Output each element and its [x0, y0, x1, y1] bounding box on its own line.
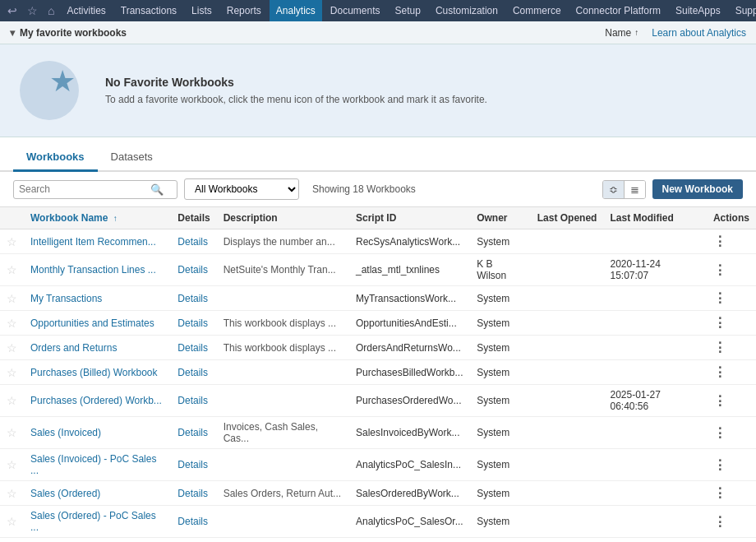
actions-menu-icon[interactable]: ⋮: [713, 486, 726, 500]
no-favorites-description: To add a favorite workbook, click the me…: [105, 94, 487, 105]
actions-menu-icon[interactable]: ⋮: [713, 394, 726, 408]
star-toggle[interactable]: ☆: [0, 360, 24, 385]
workbook-name-link[interactable]: Sales (Ordered) - PoC Sales ...: [30, 510, 156, 533]
table-row: ☆ Purchases (Ordered) Workb... Details P…: [0, 385, 756, 417]
nav-documents[interactable]: Documents: [324, 0, 387, 21]
nav-reports[interactable]: Reports: [220, 0, 268, 21]
grid-view-button[interactable]: ≎: [603, 181, 625, 198]
history-icon[interactable]: ↩: [3, 4, 21, 17]
actions-menu-icon[interactable]: ⋮: [713, 365, 726, 379]
table-header-row: Workbook Name ↑ Details Description Scri…: [0, 207, 756, 229]
actions-menu-icon[interactable]: ⋮: [713, 316, 726, 330]
details-link[interactable]: Details: [177, 459, 208, 470]
last-modified-cell: 2025-01-27 06:40:56: [603, 385, 707, 417]
sort-up-icon: ↑: [113, 214, 118, 223]
star-toggle[interactable]: ☆: [0, 311, 24, 336]
col-last-opened: Last Opened: [531, 207, 604, 229]
last-opened-cell: [531, 385, 604, 417]
workbook-name-link[interactable]: Intelligent Item Recommen...: [30, 236, 156, 248]
workbook-filter-dropdown[interactable]: All Workbooks My Workbooks Shared Workbo…: [184, 178, 299, 200]
workbook-name-link[interactable]: My Transactions: [30, 293, 102, 304]
actions-menu-icon[interactable]: ⋮: [713, 234, 726, 248]
workbook-name-link[interactable]: Sales (Ordered): [30, 488, 100, 499]
details-link[interactable]: Details: [177, 427, 208, 438]
workbook-name-link[interactable]: Orders and Returns: [30, 342, 117, 354]
description-cell: Displays the number an...: [217, 229, 349, 254]
script-id-cell: _atlas_mtl_txnlines: [349, 254, 470, 286]
actions-menu-icon[interactable]: ⋮: [713, 291, 726, 305]
nav-customization[interactable]: Customization: [429, 0, 505, 21]
details-link[interactable]: Details: [177, 367, 208, 378]
script-id-cell: OrdersAndReturnsWo...: [349, 336, 470, 360]
star-toggle[interactable]: ☆: [0, 385, 24, 417]
list-view-button[interactable]: ≣: [625, 181, 645, 198]
nav-connector-platform[interactable]: Connector Platform: [569, 0, 667, 21]
last-opened-cell: [531, 481, 604, 506]
learn-analytics-link[interactable]: Learn about Analytics: [652, 27, 746, 39]
workbook-table: Workbook Name ↑ Details Description Scri…: [0, 206, 756, 542]
last-modified-cell: [603, 336, 707, 360]
nav-activities[interactable]: Activities: [60, 0, 112, 21]
search-icon: 🔍: [150, 183, 164, 196]
nav-analytics[interactable]: Analytics: [270, 0, 322, 21]
nav-lists[interactable]: Lists: [185, 0, 219, 21]
nav-transactions[interactable]: Transactions: [114, 0, 183, 21]
nav-commerce[interactable]: Commerce: [506, 0, 568, 21]
table-row: ☆ Sales (Invoiced) - PoC Sales ... Detai…: [0, 449, 756, 481]
actions-menu-icon[interactable]: ⋮: [713, 340, 726, 354]
workbook-name-link[interactable]: Sales (Invoiced) - PoC Sales ...: [30, 453, 156, 476]
star-toggle[interactable]: ☆: [0, 286, 24, 311]
table-row: ☆ Intelligent Item Recommen... Details D…: [0, 229, 756, 254]
tab-datasets[interactable]: Datasets: [98, 144, 166, 172]
details-link[interactable]: Details: [177, 342, 208, 354]
workbook-name-link[interactable]: Opportunities and Estimates: [30, 317, 154, 329]
workbook-name-link[interactable]: Monthly Transaction Lines ...: [30, 264, 156, 276]
col-name[interactable]: Workbook Name ↑: [24, 207, 171, 229]
details-link[interactable]: Details: [177, 516, 208, 527]
details-link[interactable]: Details: [177, 317, 208, 329]
star-toggle[interactable]: ☆: [0, 254, 24, 286]
star-toggle[interactable]: ☆: [0, 449, 24, 481]
nav-support[interactable]: Support: [729, 0, 756, 21]
workbook-name-link[interactable]: Sales (Invoiced): [30, 427, 101, 438]
nav-setup[interactable]: Setup: [389, 0, 427, 21]
star-toggle[interactable]: ☆: [0, 417, 24, 449]
actions-menu-icon[interactable]: ⋮: [713, 263, 726, 277]
nav-suiteapps[interactable]: SuiteApps: [669, 0, 727, 21]
chevron-down-icon[interactable]: ▾: [10, 27, 15, 39]
owner-cell: System: [470, 506, 531, 538]
home-icon[interactable]: ⌂: [44, 4, 58, 17]
details-link[interactable]: Details: [177, 395, 208, 406]
actions-menu-icon[interactable]: ⋮: [713, 458, 726, 472]
last-opened-cell: [531, 311, 604, 336]
owner-cell: System: [470, 286, 531, 311]
new-workbook-button[interactable]: New Workbook: [652, 179, 743, 199]
description-cell: [217, 360, 349, 385]
last-opened-cell: [531, 229, 604, 254]
owner-cell: System: [470, 538, 531, 543]
star-toggle[interactable]: ☆: [0, 229, 24, 254]
details-link[interactable]: Details: [177, 264, 208, 276]
star-toggle[interactable]: ☆: [0, 481, 24, 506]
star-toggle[interactable]: ☆: [0, 538, 24, 543]
star-toggle[interactable]: ☆: [0, 336, 24, 360]
last-opened-cell: [531, 506, 604, 538]
actions-menu-icon[interactable]: ⋮: [713, 426, 726, 440]
col-last-modified: Last Modified: [603, 207, 707, 229]
star-toggle[interactable]: ☆: [0, 506, 24, 538]
col-owner: Owner: [470, 207, 531, 229]
description-cell: Sales Orders, Return Aut...: [217, 481, 349, 506]
details-link[interactable]: Details: [177, 293, 208, 304]
workbook-name-link[interactable]: Purchases (Ordered) Workb...: [30, 395, 162, 406]
description-cell: [217, 506, 349, 538]
name-sort-control[interactable]: Name ↑: [605, 27, 638, 39]
tab-workbooks[interactable]: Workbooks: [13, 144, 98, 172]
details-link[interactable]: Details: [177, 236, 208, 248]
script-id-cell: RecSysAnalyticsWork...: [349, 229, 470, 254]
workbook-name-link[interactable]: Purchases (Billed) Workbook: [30, 367, 158, 378]
details-link[interactable]: Details: [177, 488, 208, 499]
owner-cell: System: [470, 481, 531, 506]
actions-menu-icon[interactable]: ⋮: [713, 515, 726, 529]
search-input[interactable]: [19, 183, 150, 195]
star-icon[interactable]: ☆: [23, 4, 42, 17]
